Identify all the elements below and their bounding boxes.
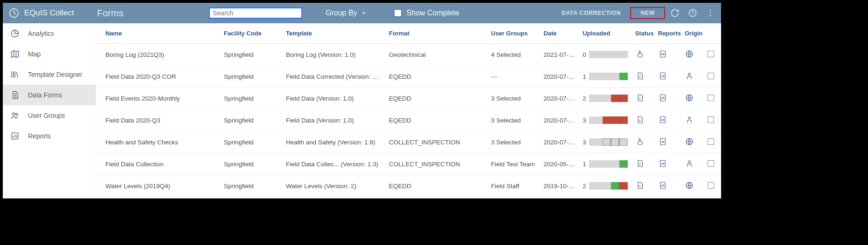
- checkbox-icon: [395, 10, 401, 16]
- sidebar-item-map[interactable]: Map: [3, 44, 96, 64]
- sidebar-item-user-groups[interactable]: User Groups: [3, 105, 96, 126]
- cell-groups: 3 Selected: [487, 88, 540, 109]
- col-reports[interactable]: Reports: [654, 23, 681, 44]
- new-button[interactable]: NEW: [630, 7, 665, 19]
- cell-format: EQEDD: [385, 88, 487, 109]
- origin-globe-icon[interactable]: [685, 181, 694, 190]
- group-by-dropdown[interactable]: Group By: [323, 7, 368, 19]
- row-checkbox[interactable]: [708, 116, 714, 123]
- col-status[interactable]: Status: [632, 23, 654, 44]
- reports-icon[interactable]: [658, 181, 667, 190]
- svg-point-24: [639, 164, 640, 165]
- svg-point-5: [710, 13, 711, 14]
- cell-groups: ---: [487, 66, 540, 88]
- table-row[interactable]: Health and Safety ChecksSpringfieldHealt…: [96, 131, 721, 153]
- row-checkbox[interactable]: [708, 138, 714, 145]
- status-file-icon[interactable]: [635, 159, 645, 168]
- cell-name: Water Levels Program: [96, 197, 220, 199]
- reports-icon[interactable]: [658, 93, 667, 102]
- sidebar-item-label: Map: [28, 50, 41, 58]
- status-file-icon[interactable]: [635, 115, 645, 124]
- table-row[interactable]: Water Levels (2019Q4)SpringfieldWater Le…: [96, 175, 721, 197]
- cell-date: 2021-07-15: [540, 44, 579, 66]
- reports-icon[interactable]: [658, 159, 667, 168]
- sidebar-item-label: Analytics: [28, 30, 54, 37]
- cell-name: Field Data 2020-Q3 COR: [96, 66, 220, 88]
- cell-template: Boring Log (Version: 1.0): [282, 44, 385, 66]
- cell-name: Water Levels (2019Q4): [96, 175, 220, 197]
- status-file-icon[interactable]: [635, 93, 645, 102]
- data-correction-button[interactable]: DATA CORRECTION: [556, 7, 626, 19]
- users-icon: [10, 111, 20, 120]
- origin-globe-icon[interactable]: [685, 49, 694, 59]
- app-header: EQuIS Collect Forms Group By Show Comple…: [3, 3, 721, 23]
- sidebar-item-template-designer[interactable]: Template Designer: [3, 64, 96, 85]
- cell-format: COLLECT_INSPECTION: [385, 131, 487, 153]
- cell-name: Field Events 2020-Monthly: [96, 88, 220, 109]
- table-row[interactable]: Field Data CollectionSpringfieldField Da…: [96, 153, 721, 175]
- origin-globe-icon[interactable]: [685, 93, 694, 102]
- table-row[interactable]: Water Levels ProgramSpringfieldWater Lev…: [96, 197, 721, 199]
- col-date[interactable]: Date: [540, 23, 579, 44]
- sidebar-item-reports[interactable]: Reports: [3, 126, 96, 146]
- cell-template: Water Levels (Version: 1.2): [282, 197, 385, 199]
- col-groups[interactable]: User Groups: [487, 23, 540, 44]
- sidebar: AnalyticsMapTemplate DesignerData FormsU…: [3, 23, 96, 198]
- status-touch-icon[interactable]: [635, 49, 645, 59]
- table-row[interactable]: Field Data 2020-Q3 CORSpringfieldField D…: [96, 66, 721, 88]
- cell-groups: 3 Selected: [487, 109, 540, 131]
- svg-point-15: [688, 73, 691, 75]
- group-by-label: Group By: [326, 9, 357, 17]
- table-row[interactable]: Field Data 2020-Q3SpringfieldField Data …: [96, 109, 721, 131]
- cell-groups: 3 Selected: [487, 131, 540, 153]
- cell-uploaded: 2: [579, 88, 632, 109]
- cell-format: EQEDD: [385, 109, 487, 131]
- reports-icon[interactable]: [658, 115, 667, 124]
- cell-uploaded: 3: [579, 131, 632, 153]
- row-checkbox[interactable]: [708, 95, 714, 101]
- bar-chart-icon: [10, 131, 20, 141]
- origin-person-icon[interactable]: [685, 159, 694, 168]
- origin-person-icon[interactable]: [685, 71, 694, 81]
- info-icon[interactable]: [685, 5, 701, 21]
- cell-uploaded: 3: [579, 109, 632, 131]
- sidebar-item-analytics[interactable]: Analytics: [3, 23, 96, 44]
- search-input[interactable]: [209, 7, 302, 19]
- svg-point-6: [710, 15, 711, 17]
- refresh-icon[interactable]: [667, 5, 683, 21]
- more-vert-icon[interactable]: [702, 5, 718, 21]
- cell-name: Field Data 2020-Q3: [96, 109, 220, 131]
- cell-template: Field Data (Version: 1.0): [282, 88, 385, 109]
- cell-facility: Springfield: [220, 131, 282, 153]
- status-touch-icon[interactable]: [635, 137, 645, 146]
- col-facility[interactable]: Facility Code: [220, 23, 282, 44]
- status-file-icon[interactable]: [635, 181, 645, 190]
- sidebar-item-data-forms[interactable]: Data Forms: [3, 85, 96, 105]
- cell-name: Field Data Collection: [96, 153, 220, 175]
- cell-name: Boring Log (2021Q3): [96, 44, 220, 66]
- reports-icon[interactable]: [658, 137, 667, 146]
- col-origin[interactable]: Origin: [681, 23, 704, 44]
- col-uploaded[interactable]: Uploaded: [579, 23, 632, 44]
- cell-facility: Springfield: [220, 153, 282, 175]
- cell-template: Field Data (Version: 1.0): [282, 109, 385, 131]
- origin-globe-icon[interactable]: [685, 137, 694, 146]
- cell-format: EQEDD: [385, 66, 487, 88]
- col-name[interactable]: Name: [96, 23, 220, 44]
- status-file-icon[interactable]: [635, 71, 645, 81]
- reports-icon[interactable]: [658, 49, 667, 59]
- row-checkbox[interactable]: [708, 160, 714, 167]
- origin-person-icon[interactable]: [685, 115, 694, 124]
- row-checkbox[interactable]: [708, 182, 714, 189]
- svg-point-21: [688, 117, 691, 119]
- row-checkbox[interactable]: [708, 73, 714, 79]
- row-checkbox[interactable]: [708, 51, 714, 57]
- col-template[interactable]: Template: [282, 23, 385, 44]
- show-complete-toggle[interactable]: Show Complete: [395, 9, 459, 17]
- cell-groups: Field Test Team: [487, 153, 540, 175]
- reports-icon[interactable]: [658, 71, 667, 81]
- table-row[interactable]: Field Events 2020-MonthlySpringfieldFiel…: [96, 88, 721, 109]
- col-format[interactable]: Format: [385, 23, 487, 44]
- map-icon: [10, 49, 20, 59]
- table-row[interactable]: Boring Log (2021Q3)SpringfieldBoring Log…: [96, 44, 721, 66]
